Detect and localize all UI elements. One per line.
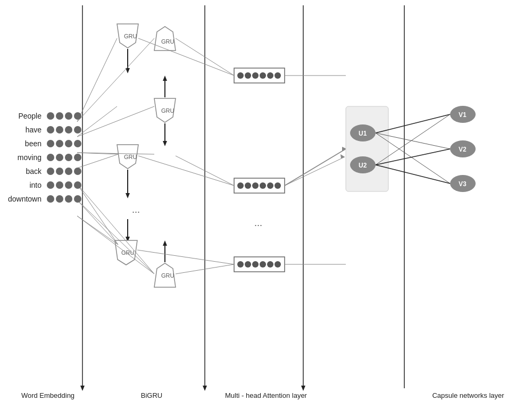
diagram: GRU GRU GRU ... GRU GRU GRU	[0, 0, 532, 409]
svg-point-51	[267, 261, 273, 268]
svg-text:U1: U1	[359, 130, 367, 137]
word-row-into: into	[5, 181, 81, 189]
word-label: have	[5, 126, 41, 134]
svg-point-47	[237, 261, 244, 268]
svg-text:U2: U2	[359, 162, 367, 169]
svg-line-57	[77, 106, 154, 137]
svg-text:...: ...	[132, 204, 140, 215]
svg-text:GRU: GRU	[161, 107, 174, 114]
svg-marker-5	[203, 386, 207, 391]
svg-marker-4	[80, 386, 85, 391]
svg-line-64	[77, 200, 154, 274]
word-label: People	[5, 112, 41, 120]
svg-line-66	[77, 216, 154, 274]
word-row-moving: moving	[5, 153, 81, 162]
svg-point-36	[260, 72, 266, 79]
svg-point-44	[267, 182, 273, 189]
svg-point-52	[275, 261, 281, 268]
svg-line-67	[138, 38, 234, 76]
svg-line-54	[77, 38, 117, 122]
embedding-dots	[47, 126, 81, 133]
svg-point-40	[237, 182, 244, 189]
svg-point-42	[252, 182, 259, 189]
svg-point-38	[275, 72, 281, 79]
svg-line-55	[77, 38, 154, 122]
svg-line-63	[77, 200, 118, 245]
svg-line-60	[77, 154, 118, 168]
embedding-dots	[47, 140, 81, 147]
svg-line-56	[77, 106, 117, 137]
svg-point-49	[252, 261, 259, 268]
embedding-dots	[47, 112, 81, 120]
word-row-people: People	[5, 112, 81, 120]
word-list: People have been moving back	[5, 112, 81, 203]
embedding-dots	[47, 195, 81, 203]
svg-text:GRU: GRU	[161, 38, 174, 45]
svg-line-62	[77, 184, 154, 274]
svg-text:GRU: GRU	[124, 154, 137, 160]
embedding-dots	[47, 181, 81, 189]
svg-line-74	[285, 149, 346, 186]
svg-point-34	[245, 72, 251, 79]
word-label: back	[5, 167, 41, 176]
word-label: been	[5, 139, 41, 148]
word-label: downtown	[5, 195, 41, 203]
embedding-dots	[47, 154, 81, 161]
svg-marker-6	[301, 386, 305, 391]
svg-point-33	[237, 72, 244, 79]
svg-marker-20	[126, 193, 130, 198]
svg-text:V2: V2	[459, 146, 467, 153]
svg-point-50	[260, 261, 266, 268]
svg-marker-31	[163, 240, 167, 246]
svg-line-69	[138, 156, 234, 186]
svg-text:V1: V1	[459, 111, 467, 119]
word-label: into	[5, 181, 41, 189]
word-row-downtown: downtown	[5, 195, 81, 203]
svg-point-45	[275, 182, 281, 189]
svg-point-43	[260, 182, 266, 189]
word-row-back: back	[5, 167, 81, 176]
word-row-have: have	[5, 126, 81, 134]
svg-line-94	[285, 157, 345, 186]
svg-marker-16	[163, 141, 167, 146]
svg-line-71	[137, 250, 234, 264]
svg-rect-77	[346, 106, 388, 191]
svg-point-37	[267, 72, 273, 79]
svg-line-61	[77, 184, 118, 245]
word-label: moving	[5, 153, 41, 162]
svg-text:V3: V3	[459, 180, 467, 188]
svg-marker-14	[163, 76, 167, 81]
svg-text:...: ...	[254, 218, 262, 228]
svg-text:GRU: GRU	[161, 272, 174, 279]
svg-point-48	[245, 261, 251, 268]
diagram-svg: GRU GRU GRU ... GRU GRU GRU	[0, 0, 532, 409]
svg-point-41	[245, 182, 251, 189]
embedding-dots	[47, 168, 81, 175]
svg-point-35	[252, 72, 259, 79]
word-row-been: been	[5, 139, 81, 148]
svg-text:GRU: GRU	[124, 33, 137, 39]
